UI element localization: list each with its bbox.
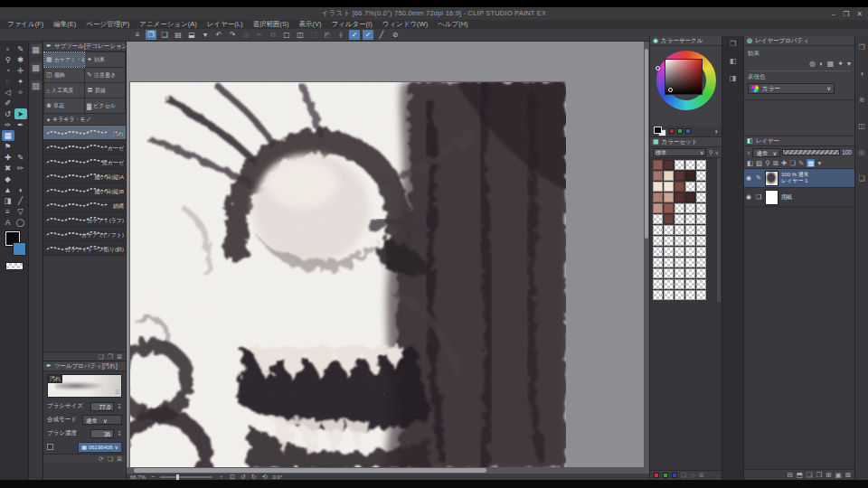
color-swatch[interactable]: [675, 214, 684, 224]
color-swatch[interactable]: [675, 182, 684, 192]
tool-icon[interactable]: [14, 174, 27, 184]
color-swatch[interactable]: [696, 225, 706, 235]
effect-icon[interactable]: ✦: [837, 60, 844, 68]
palette-menu-icon[interactable]: ∨: [747, 149, 750, 155]
brush-item[interactable]: 鎖縄: [43, 198, 126, 212]
command-bar-icon[interactable]: ❏: [159, 30, 170, 40]
color-swatch[interactable]: [696, 247, 706, 257]
command-bar-icon[interactable]: ✓: [349, 30, 360, 40]
sv-marker[interactable]: [668, 88, 673, 92]
command-bar-icon[interactable]: ▾: [200, 30, 211, 40]
layer-toolbar-icon[interactable]: ⚲: [765, 159, 770, 167]
color-swatch[interactable]: [685, 225, 695, 235]
palette-tab-icon[interactable]: ❏: [858, 174, 864, 183]
color-swatch[interactable]: [653, 225, 663, 235]
delete-icon[interactable]: ⊠: [117, 455, 122, 463]
panel-handle-icon[interactable]: ◨: [730, 74, 737, 82]
color-swatch[interactable]: [685, 236, 695, 246]
hue-marker[interactable]: [656, 66, 660, 70]
tool-icon[interactable]: ✚: [2, 152, 14, 163]
tool-icon[interactable]: ✎: [14, 152, 27, 163]
color-swatch[interactable]: [685, 182, 695, 192]
scrollbar-thumb[interactable]: [645, 49, 648, 239]
layer-toolbar-icon[interactable]: ✎: [798, 159, 804, 167]
command-bar-icon[interactable]: ❐: [146, 30, 156, 40]
color-swatch[interactable]: [653, 182, 663, 192]
layer-footer-icon[interactable]: ▣: [835, 471, 842, 479]
reset-icon[interactable]: ⟳: [99, 455, 104, 463]
layer-row[interactable]: ◉ ❏ 用紙: [744, 188, 854, 207]
color-swatch[interactable]: [675, 160, 684, 170]
command-bar-icon[interactable]: ╱: [376, 30, 387, 40]
tool-property-header[interactable]: ✒ ツールプロパティ[汚れ]: [43, 361, 126, 371]
color-swatch[interactable]: [696, 203, 706, 213]
tool-icon[interactable]: ✖: [2, 163, 14, 174]
tool-icon[interactable]: ➤: [14, 108, 27, 119]
color-swatch[interactable]: [696, 182, 706, 192]
color-swatch[interactable]: [664, 225, 674, 235]
tool-icon[interactable]: ⚲: [2, 54, 14, 65]
sub-color-swatch[interactable]: [13, 242, 26, 256]
tool-icon[interactable]: ✱: [14, 54, 27, 65]
command-bar-icon[interactable]: ✂: [254, 30, 265, 40]
subtool-category[interactable]: ✎ 注意書き: [85, 68, 125, 82]
layer-toolbar-icon[interactable]: ◧: [747, 159, 753, 167]
tool-icon[interactable]: ✎: [14, 43, 27, 54]
scrollbar-thumb[interactable]: [134, 468, 486, 473]
tool-icon[interactable]: ╱: [14, 195, 27, 206]
tool-icon[interactable]: ✛: [14, 65, 27, 76]
color-swatch[interactable]: [653, 160, 663, 170]
color-swatch[interactable]: [664, 279, 674, 289]
color-chip[interactable]: [677, 128, 683, 134]
color-swatch[interactable]: [696, 214, 706, 224]
color-swatch[interactable]: [675, 258, 684, 267]
color-swatch[interactable]: [653, 203, 663, 213]
color-swatch[interactable]: [685, 203, 695, 213]
subtool-category[interactable]: ▦ カケアミ・砂: [44, 52, 84, 67]
texture-checkbox[interactable]: [47, 444, 53, 450]
zoom-out-icon[interactable]: −: [151, 474, 155, 480]
minimize-button[interactable]: –: [832, 10, 835, 18]
command-bar-icon[interactable]: ▤: [173, 30, 184, 40]
color-chip[interactable]: [669, 128, 675, 134]
color-swatch[interactable]: [653, 258, 663, 267]
palette-tab-icon[interactable]: ◑: [860, 70, 864, 78]
layer-toolbar-icon[interactable]: ▧: [756, 159, 762, 167]
replace-swatch-icon[interactable]: ◇: [690, 472, 694, 479]
color-swatch[interactable]: [685, 160, 695, 170]
color-swatch[interactable]: [685, 247, 695, 257]
subtool-category[interactable]: 〓 罫線: [85, 83, 125, 98]
command-bar-icon[interactable]: ≡: [132, 30, 143, 40]
layer-opacity-slider[interactable]: [782, 149, 840, 155]
tool-icon[interactable]: ◌: [2, 76, 14, 87]
tool-icon[interactable]: ◆: [2, 174, 14, 184]
command-bar-icon[interactable]: ↷: [227, 30, 238, 40]
expression-color-dropdown[interactable]: カラー ∨: [748, 83, 835, 94]
panel-handle-icon[interactable]: ◧: [730, 57, 737, 65]
tool-icon[interactable]: ✦: [14, 76, 27, 87]
effect-icon[interactable]: ▦: [827, 60, 835, 68]
color-swatch[interactable]: [696, 160, 706, 170]
color-swatch[interactable]: [696, 258, 706, 267]
palette-tab-icon[interactable]: ◎: [859, 148, 865, 156]
command-bar-icon[interactable]: ⊘: [390, 30, 401, 40]
pattern-brush-icon[interactable]: ▨: [31, 80, 42, 91]
subtool-category[interactable]: ▓ ピクセル: [85, 99, 125, 113]
transparent-color-swatch[interactable]: [5, 262, 24, 270]
pattern-brush-icon[interactable]: ▩: [31, 62, 42, 73]
pattern-brush-icon[interactable]: ▦: [31, 44, 42, 55]
canvas-area[interactable]: [127, 42, 649, 474]
delete-subtool-icon[interactable]: ⊠: [117, 353, 122, 361]
layer-blend-dropdown[interactable]: 通常 ∨: [752, 148, 780, 157]
layer-thumbnail[interactable]: [765, 171, 778, 186]
tool-icon[interactable]: ✑: [2, 119, 14, 130]
color-swatch[interactable]: [664, 214, 674, 224]
subtool-category[interactable]: ⌂ 人工風景: [44, 83, 84, 98]
register-icon[interactable]: ❏: [108, 455, 113, 463]
brush-item[interactable]: カケアミ(ソフト): [43, 227, 126, 241]
tool-icon[interactable]: ✏: [14, 163, 27, 174]
color-swatch[interactable]: [664, 182, 674, 192]
red-indicator[interactable]: [654, 473, 659, 478]
tool-icon[interactable]: ⚑: [2, 141, 14, 152]
blend-mode-dropdown[interactable]: 通常 ∨: [82, 415, 122, 425]
